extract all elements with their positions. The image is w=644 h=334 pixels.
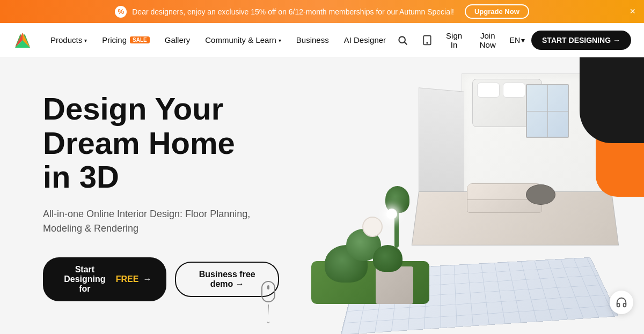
nav-gallery[interactable]: Gallery	[157, 23, 198, 57]
plant-group	[317, 175, 424, 283]
tablet-button[interactable]	[418, 31, 436, 50]
nav-community-learn[interactable]: Community & Learn ▾	[197, 23, 289, 57]
nav-ai-designer[interactable]: AI Designer	[336, 23, 393, 57]
scroll-line	[268, 305, 269, 315]
start-designing-cta-button[interactable]: Start Designing for FREE →	[43, 257, 166, 301]
nav-links: Products ▾ Pricing SALE Gallery Communit…	[43, 23, 393, 57]
svg-point-4	[427, 42, 428, 43]
join-now-button[interactable]: Join Now	[472, 31, 503, 49]
community-learn-label: Community & Learn	[205, 35, 276, 44]
products-label: Products	[50, 35, 82, 44]
search-icon	[397, 35, 408, 46]
percent-icon: %	[115, 6, 127, 18]
scroll-arrow-icon: ⌄	[266, 317, 271, 325]
products-chevron-icon: ▾	[84, 38, 87, 43]
hero-title-line2: in 3D	[43, 159, 119, 194]
hero-title-line1: Design Your Dream Home	[43, 91, 235, 160]
svg-line-2	[405, 42, 407, 44]
upgrade-now-button[interactable]: Upgrade Now	[465, 4, 529, 19]
logo-icon	[13, 31, 32, 50]
hero-subtitle: All-in-one Online Interior Design: Floor…	[43, 207, 279, 236]
mouse-icon	[261, 281, 275, 302]
language-button[interactable]: EN ▾	[510, 36, 525, 44]
pricing-label: Pricing	[102, 35, 127, 44]
sale-badge: SALE	[130, 36, 150, 43]
corner-dark-decoration	[580, 57, 644, 143]
search-button[interactable]	[393, 31, 412, 50]
hero-section: Design Your Dream Home in 3D All-in-one …	[0, 57, 644, 334]
lang-chevron-icon: ▾	[521, 36, 525, 44]
close-announcement-button[interactable]: ×	[630, 6, 635, 17]
logo[interactable]	[13, 31, 32, 50]
headset-icon	[616, 296, 627, 308]
hero-title: Design Your Dream Home in 3D	[43, 92, 279, 194]
svg-point-1	[399, 36, 405, 43]
nav-pricing[interactable]: Pricing SALE	[94, 23, 157, 57]
community-chevron-icon: ▾	[279, 38, 281, 43]
start-designing-button[interactable]: START DESIGNING →	[531, 31, 631, 50]
cta-prefix: Start Designing for	[58, 265, 112, 294]
mouse-wheel	[267, 285, 269, 290]
scroll-indicator: ⌄	[261, 281, 275, 325]
sign-in-button[interactable]: Sign In	[442, 31, 466, 49]
announcement-bar: % Dear designers, enjoy an exclusive 15%…	[0, 0, 644, 23]
nav-products[interactable]: Products ▾	[43, 23, 94, 57]
nav-right: Sign In Join Now EN ▾ START DESIGNING →	[393, 31, 631, 50]
navbar: Products ▾ Pricing SALE Gallery Communit…	[0, 23, 644, 57]
lang-label: EN	[510, 36, 520, 44]
business-label: Business	[296, 35, 329, 44]
cta-free-text: FREE	[116, 274, 139, 284]
gallery-label: Gallery	[165, 35, 191, 44]
support-button[interactable]	[610, 291, 633, 314]
hero-buttons: Start Designing for FREE → Business free…	[43, 257, 279, 301]
cta-arrow: →	[143, 274, 151, 284]
ai-designer-label: AI Designer	[344, 35, 386, 44]
nav-business[interactable]: Business	[289, 23, 336, 57]
announcement-message: Dear designers, enjoy an exclusive 15% o…	[132, 8, 454, 16]
tablet-icon	[422, 35, 433, 46]
